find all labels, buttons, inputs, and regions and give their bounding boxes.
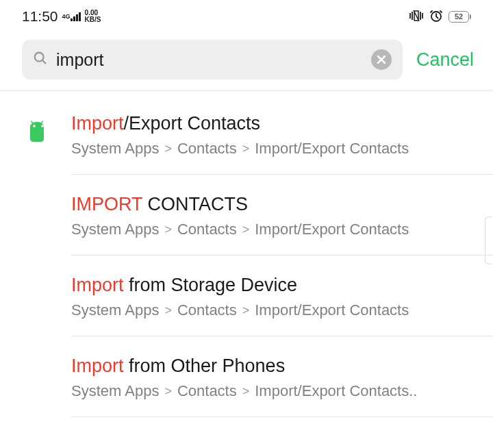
chevron-right-icon: > [164,223,172,237]
result-title: Import/Export Contacts [71,113,477,134]
result-breadcrumb: System Apps>Contacts>Import/Export Conta… [71,301,477,319]
search-highlight: Import [71,275,124,295]
chevron-right-icon: > [164,303,172,318]
search-icon [33,51,48,69]
close-icon [377,55,386,64]
search-highlight: IMPORT [71,194,142,214]
signal-bars-icon [71,12,81,21]
search-input[interactable]: import [22,40,403,79]
breadcrumb-segment: System Apps [71,221,159,238]
alarm-icon [429,9,443,25]
search-result-item[interactable]: Import from Storage DeviceSystem Apps>Co… [71,256,493,336]
result-title: Import from Other Phones [71,356,477,377]
result-breadcrumb: System Apps>Contacts>Import/Export Conta… [71,382,477,400]
scrollbar-thumb[interactable] [485,216,492,264]
breadcrumb-segment: Contacts [177,382,237,400]
chevron-right-icon: > [242,303,250,318]
breadcrumb-segment: Contacts [177,301,237,319]
chevron-right-icon: > [242,223,250,237]
cancel-button[interactable]: Cancel [416,49,474,71]
search-results: Import/Export ContactsSystem Apps>Contac… [0,91,493,417]
result-title: IMPORT CONTACTS [71,194,477,215]
breadcrumb-segment: Import/Export Contacts [255,221,409,238]
chevron-right-icon: > [242,384,250,399]
status-bar: 11:50 4G 0.00 KB/S 52 [0,0,493,33]
chevron-right-icon: > [164,384,172,399]
chevron-right-icon: > [164,142,172,156]
svg-point-2 [33,125,36,127]
data-rate: 0.00 KB/S [85,10,101,23]
clear-search-button[interactable] [371,49,392,70]
android-app-icon [25,117,52,145]
status-right: 52 [409,9,471,25]
search-result-item[interactable]: Import/Export ContactsSystem Apps>Contac… [71,91,493,175]
time-label: 11:50 [22,8,58,25]
vibrate-icon [409,10,424,24]
result-breadcrumb: System Apps>Contacts>Import/Export Conta… [71,140,477,158]
search-result-item[interactable]: Import from Other PhonesSystem Apps>Cont… [71,336,493,417]
search-highlight: Import [71,113,124,134]
search-header: import Cancel [0,33,493,90]
search-result-item[interactable]: IMPORT CONTACTSSystem Apps>Contacts>Impo… [71,175,493,256]
result-breadcrumb: System Apps>Contacts>Import/Export Conta… [71,221,477,238]
battery-level: 52 [455,12,463,21]
search-highlight: Import [71,356,124,376]
result-title: Import from Storage Device [71,275,477,296]
network-type: 4G [62,13,71,20]
chevron-right-icon: > [242,142,250,156]
breadcrumb-segment: Contacts [177,221,237,238]
search-query: import [56,50,363,70]
battery-indicator: 52 [448,11,471,23]
breadcrumb-segment: Import/Export Contacts [255,301,409,319]
breadcrumb-segment: System Apps [71,301,159,319]
breadcrumb-segment: System Apps [71,140,159,158]
breadcrumb-segment: Import/Export Contacts.. [255,382,417,400]
signal-indicator: 4G [62,12,81,21]
breadcrumb-segment: Import/Export Contacts [255,140,409,158]
breadcrumb-segment: System Apps [71,382,159,400]
status-left: 11:50 4G 0.00 KB/S [22,8,101,25]
svg-point-3 [41,125,44,127]
breadcrumb-segment: Contacts [177,140,237,158]
